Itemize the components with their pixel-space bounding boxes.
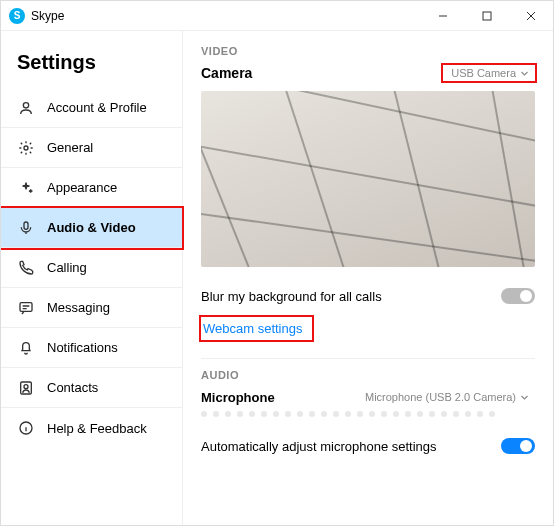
sidebar-item-label: Account & Profile [47,100,147,115]
gear-icon [17,139,35,157]
svg-rect-6 [24,222,28,229]
sparkle-icon [17,179,35,197]
camera-heading: Camera [201,65,252,81]
info-icon [17,419,35,437]
microphone-selected-value: Microphone (USB 2.0 Camera) [365,391,516,403]
microphone-select[interactable]: Microphone (USB 2.0 Camera) [357,389,535,405]
phone-icon [17,259,35,277]
camera-selected-value: USB Camera [451,67,516,79]
sidebar-item-contacts[interactable]: Contacts [1,368,182,408]
contacts-icon [17,379,35,397]
video-section-label: VIDEO [201,45,535,57]
sidebar-item-calling[interactable]: Calling [1,248,182,288]
main-panel: VIDEO Camera USB Camera [183,31,553,525]
window-title: Skype [31,9,421,23]
sidebar-item-label: Audio & Video [47,220,136,235]
sidebar-item-help[interactable]: Help & Feedback [1,408,182,448]
auto-adjust-mic-label: Automatically adjust microphone settings [201,439,437,454]
titlebar: S Skype [1,1,553,31]
svg-point-5 [24,146,28,150]
sidebar-item-label: Contacts [47,380,98,395]
app-window: S Skype Settings Account & Profile [0,0,554,526]
svg-rect-1 [483,12,491,20]
sidebar: Settings Account & Profile General Appea… [1,31,183,525]
sidebar-item-audio-video[interactable]: Audio & Video [1,208,182,248]
camera-preview [201,91,535,267]
svg-point-9 [24,384,28,388]
sidebar-item-label: Calling [47,260,87,275]
sidebar-item-general[interactable]: General [1,128,182,168]
sidebar-item-appearance[interactable]: Appearance [1,168,182,208]
maximize-button[interactable] [465,1,509,31]
sidebar-item-label: Appearance [47,180,117,195]
sidebar-item-label: Help & Feedback [47,421,147,436]
sidebar-item-label: General [47,140,93,155]
person-icon [17,99,35,117]
microphone-icon [17,219,35,237]
window-controls [421,1,553,31]
microphone-heading: Microphone [201,390,275,405]
skype-logo-icon: S [9,8,25,24]
close-button[interactable] [509,1,553,31]
sidebar-item-label: Messaging [47,300,110,315]
chevron-down-icon [520,393,529,402]
chevron-down-icon [520,69,529,78]
bell-icon [17,339,35,357]
sidebar-item-messaging[interactable]: Messaging [1,288,182,328]
microphone-level-meter [201,411,535,417]
minimize-button[interactable] [421,1,465,31]
svg-point-4 [23,102,28,107]
auto-adjust-mic-toggle[interactable] [501,438,535,454]
blur-background-toggle[interactable] [501,288,535,304]
sidebar-item-notifications[interactable]: Notifications [1,328,182,368]
audio-section-label: AUDIO [201,369,535,381]
chat-icon [17,299,35,317]
settings-heading: Settings [1,31,182,88]
sidebar-item-label: Notifications [47,340,118,355]
svg-rect-7 [20,302,32,311]
sidebar-item-account[interactable]: Account & Profile [1,88,182,128]
camera-select[interactable]: USB Camera [443,65,535,81]
webcam-settings-link[interactable]: Webcam settings [201,317,312,340]
blur-background-label: Blur my background for all calls [201,289,382,304]
